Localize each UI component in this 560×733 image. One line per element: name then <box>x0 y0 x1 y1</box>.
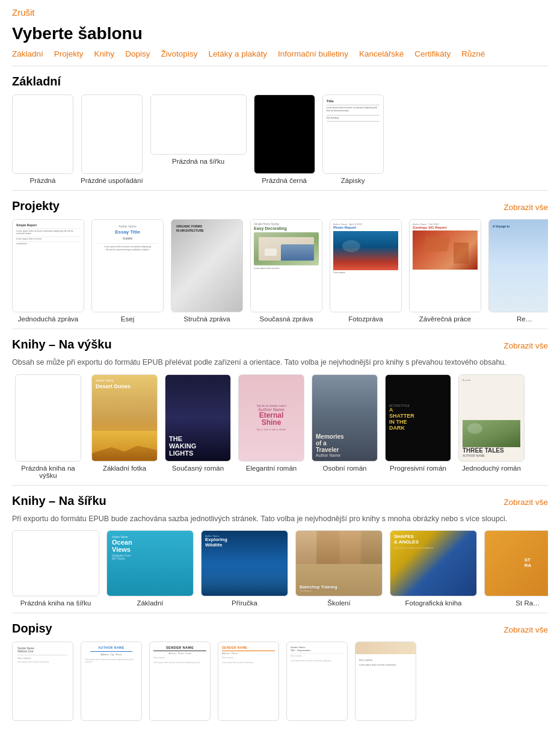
template-letter-6[interactable]: Dear recipient,Lorem ipsum dolor sit ame… <box>355 642 416 724</box>
template-prazdna-sirka[interactable]: Prázdná na šířku <box>150 94 247 184</box>
template-fotozprava-label: Fotozpráva <box>348 315 383 323</box>
books-landscape-title: Knihy – Na šířku <box>12 494 106 508</box>
template-jednoducha-zprava[interactable]: Simple Report Lorem ipsum dolor sit amet… <box>12 219 84 323</box>
template-soucasna-zprava[interactable]: Simple Home Styling Easy Decorating Lore… <box>250 219 322 323</box>
template-zapisky-thumb: Title Lorem ipsum dolor sit amet, consec… <box>322 94 384 174</box>
basic-section-title: Základní <box>12 75 61 88</box>
template-prazdne-usporadani[interactable]: Prázdné uspořádání <box>81 94 143 184</box>
nav-item-basic[interactable]: Základní <box>12 49 43 58</box>
template-jednoduchy-roman[interactable]: A novel THREE TALES AUTHOR NAME Jednoduc… <box>458 374 525 479</box>
template-skoleni[interactable]: Bakeshop Training The Basics Školení <box>295 530 383 607</box>
template-esej[interactable]: Author Name Essay Title Subtitle Lorem i… <box>91 219 164 323</box>
template-soucasny-roman-thumb: THEWAKINGLIGHTS <box>165 374 231 462</box>
nav-item-bulletiny[interactable]: Informační bulletiny <box>278 49 348 58</box>
template-soucasna-zprava-label: Současná zpráva <box>260 315 313 323</box>
nav-item-kancelarske[interactable]: Kancelářské <box>359 49 404 58</box>
books-portrait-subtitle: Obsah se může při exportu do formátu EPU… <box>12 357 548 368</box>
nav-item-knihy[interactable]: Knihy <box>94 49 115 58</box>
template-elegantni-roman-thumb: Tapnite da dodate naslov Author Name Ete… <box>238 374 304 462</box>
template-zapisky-label: Zápisky <box>341 177 365 184</box>
template-elegantni-roman[interactable]: Tapnite da dodate naslov Author Name Ete… <box>238 374 304 479</box>
template-letter-3[interactable]: SENDER NAME Address · Phone · Email Dear… <box>149 642 211 724</box>
template-zakladni-fotka[interactable]: Author Name Desert Dunes Základní fotka <box>91 374 158 479</box>
template-prazdna-kniha-vysku-thumb <box>15 374 81 462</box>
template-letter-1[interactable]: Sender NameAddress Line Dear recipient, … <box>12 642 73 724</box>
template-re-label: Re… <box>517 315 532 323</box>
template-prazdna-cerna-thumb <box>254 94 315 174</box>
letters-show-all[interactable]: Zobrazit vše <box>503 625 548 634</box>
books-portrait-title: Knihy – Na výšku <box>12 338 112 351</box>
template-fotograficka-kniha-label: Fotografická kniha <box>405 599 462 607</box>
template-prazdna-cerna[interactable]: Prázdná černá <box>254 94 315 184</box>
template-re[interactable]: A Voyage to Re… <box>488 219 548 323</box>
template-strucna-zprava-thumb: ORGANIC FORMSIN ARCHITECTURE <box>171 219 243 312</box>
template-jednoduchy-roman-label: Jednoduchý román <box>462 465 521 472</box>
template-letter-2-thumb: Author Name Address · City · Phone Lorem… <box>81 642 142 721</box>
template-zaverecna-prace-label: Závěrečná práce <box>419 315 471 323</box>
template-fotozprava[interactable]: Author Name · April 8 2020 Photo Report … <box>330 219 402 323</box>
template-prirucka-label: Příručka <box>232 599 257 607</box>
template-prirucka-thumb: Author Name ExploringWildlife <box>201 530 288 596</box>
template-prazdna-thumb <box>12 94 73 174</box>
template-zakladni-fotka-label: Základní fotka <box>103 465 146 472</box>
projects-templates-row: Simple Report Lorem ipsum dolor sit amet… <box>12 219 548 323</box>
template-osobni-roman[interactable]: Memoriesof aTraveler Author Name Osobní … <box>312 374 378 479</box>
template-letter-4-thumb: Sender Name Address · Phone Dear recipie… <box>218 642 279 721</box>
template-zaverecna-prace[interactable]: Author Name · Fall 2024 Geology 101 Repo… <box>409 219 481 323</box>
basic-section: Základní Prázdná Prázdné uspořádání Práz… <box>0 66 560 190</box>
books-portrait-show-all[interactable]: Zobrazit vše <box>503 341 548 350</box>
template-prazdna-label: Prázdná <box>30 177 56 184</box>
template-letter-5[interactable]: Sender NameTitle · Organization Dear rec… <box>286 642 348 724</box>
template-progresivni-roman[interactable]: Action Title ASHATTERIN THEDARK Progresi… <box>385 374 451 479</box>
template-strucna-zprava[interactable]: ORGANIC FORMSIN ARCHITECTURE Stručná zpr… <box>171 219 243 323</box>
books-landscape-show-all[interactable]: Zobrazit vše <box>503 498 548 507</box>
template-osobni-roman-thumb: Memoriesof aTraveler Author Name <box>312 374 378 462</box>
template-soucasna-zprava-thumb: Simple Home Styling Easy Decorating Lore… <box>250 219 322 312</box>
letters-section-title: Dopisy <box>12 622 52 636</box>
template-prirucka[interactable]: Author Name ExploringWildlife Příručka <box>201 530 288 607</box>
letters-templates-row: Sender NameAddress Line Dear recipient, … <box>12 642 548 724</box>
cancel-button[interactable]: Zrušit <box>12 7 35 17</box>
books-landscape-subtitle: Při exportu do formátu EPUB bude zachová… <box>12 514 548 525</box>
template-zapisky[interactable]: Title Lorem ipsum dolor sit amet, consec… <box>322 94 384 184</box>
books-portrait-section: Knihy – Na výšku Zobrazit vše Obsah se m… <box>0 329 560 485</box>
projects-section-title: Projekty <box>12 199 60 213</box>
template-letter-4[interactable]: Sender Name Address · Phone Dear recipie… <box>218 642 279 724</box>
nav-bar: Základní Projekty Knihy Dopisy Životopis… <box>0 49 560 66</box>
template-esej-label: Esej <box>121 315 134 323</box>
template-soucasny-roman[interactable]: THEWAKINGLIGHTS Současný román <box>165 374 231 479</box>
nav-item-certifikaty[interactable]: Certifikáty <box>414 49 451 58</box>
notes-content: Title Lorem ipsum dolor sit amet, consec… <box>323 95 383 173</box>
template-osobni-roman-label: Osobní román <box>323 465 367 472</box>
template-skoleni-thumb: Bakeshop Training The Basics <box>295 530 383 596</box>
template-esej-thumb: Author Name Essay Title Subtitle Lorem i… <box>91 219 164 312</box>
nav-item-letaky[interactable]: Letáky a plakáty <box>208 49 267 58</box>
nav-item-dopisy[interactable]: Dopisy <box>125 49 150 58</box>
template-letter-2[interactable]: Author Name Address · City · Phone Lorem… <box>81 642 142 724</box>
template-jednoducha-zprava-label: Jednoduchá zpráva <box>18 315 78 323</box>
template-prazdna-kniha-sirku-label: Prázdná kniha na šířku <box>20 599 91 607</box>
template-progresivni-roman-label: Progresivní román <box>390 465 446 472</box>
books-landscape-section: Knihy – Na šířku Zobrazit vše Při export… <box>0 486 560 613</box>
template-letter-1-thumb: Sender NameAddress Line Dear recipient, … <box>12 642 73 721</box>
template-letter-3-thumb: SENDER NAME Address · Phone · Email Dear… <box>149 642 211 721</box>
template-letter-6-thumb: Dear recipient,Lorem ipsum dolor sit ame… <box>355 642 416 721</box>
template-zakladni-landscape[interactable]: Author Name OceanViews Highlights FromMy… <box>106 530 194 607</box>
template-prazdna-kniha-vysku[interactable]: Prázdná kniha na výšku <box>12 374 84 479</box>
projects-show-all[interactable]: Zobrazit vše <box>503 203 548 212</box>
nav-item-zivotopisy[interactable]: Životopisy <box>161 49 198 58</box>
template-re-thumb: A Voyage to <box>488 219 548 312</box>
template-fotozprava-thumb: Author Name · April 8 2020 Photo Report … <box>330 219 402 312</box>
template-prazdne-usporadani-thumb <box>81 94 143 174</box>
template-prazdna[interactable]: Prázdná <box>12 94 73 184</box>
template-prazdna-kniha-vysku-label: Prázdná kniha na výšku <box>12 465 84 479</box>
template-zaverecna-prace-thumb: Author Name · Fall 2024 Geology 101 Repo… <box>409 219 481 312</box>
template-st-ra[interactable]: StRa St Ra… <box>484 530 548 607</box>
template-prazdna-kniha-sirku[interactable]: Prázdná kniha na šířku <box>12 530 99 607</box>
nav-item-projekty[interactable]: Projekty <box>54 49 84 58</box>
template-prazdna-sirka-thumb <box>150 94 247 155</box>
nav-item-ruzne[interactable]: Různé <box>461 49 485 58</box>
template-zakladni-landscape-label: Základní <box>137 599 163 607</box>
template-fotograficka-kniha[interactable]: SHAPES& ANGLES Architectural Photography… <box>390 530 477 607</box>
page-title: Vyberte šablonu <box>0 20 560 49</box>
